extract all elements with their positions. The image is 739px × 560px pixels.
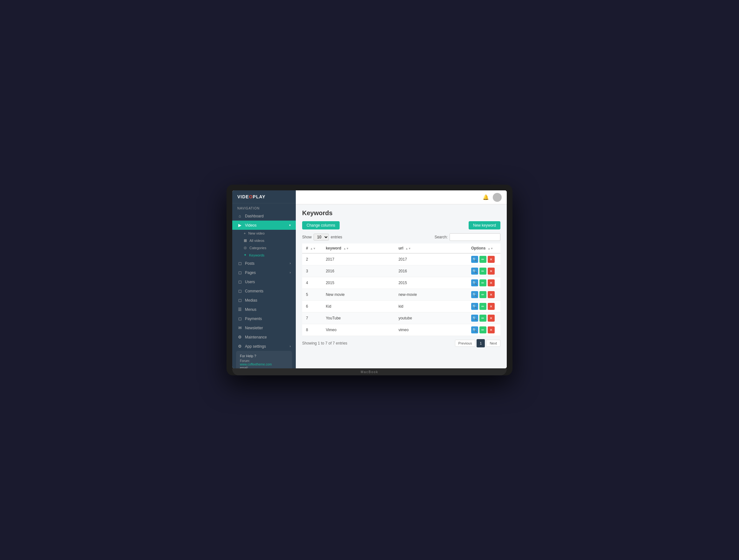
- star-icon: ✦: [244, 253, 247, 257]
- table-row: 320162016🔍✏✕: [302, 265, 500, 277]
- media-icon: ◻: [237, 298, 243, 303]
- sort-icon: ▲▼: [488, 247, 493, 250]
- delete-button[interactable]: ✕: [488, 326, 495, 333]
- table-row: 420152015🔍✏✕: [302, 277, 500, 289]
- chevron-down-icon: ▾: [289, 224, 291, 227]
- edit-button[interactable]: ✏: [479, 315, 486, 322]
- delete-button[interactable]: ✕: [488, 291, 495, 298]
- new-keyword-button[interactable]: New keyword: [469, 221, 500, 230]
- change-columns-button[interactable]: Change columns: [302, 221, 340, 230]
- sidebar-item-pages[interactable]: ◻ Pages ›: [232, 268, 296, 277]
- sidebar-item-users[interactable]: ◻ Users: [232, 277, 296, 286]
- forum-label: Forum:: [240, 359, 250, 363]
- wrench-icon: ⚙: [237, 335, 243, 339]
- sidebar-item-label: Newsletter: [245, 326, 263, 330]
- view-button[interactable]: 🔍: [471, 268, 478, 275]
- sidebar-item-comments[interactable]: ◻ Comments: [232, 286, 296, 296]
- col-header-num[interactable]: # ▲▼: [302, 244, 322, 253]
- edit-button[interactable]: ✏: [479, 326, 486, 333]
- delete-button[interactable]: ✕: [488, 268, 495, 275]
- table-row: 5New movienew-movie🔍✏✕: [302, 289, 500, 301]
- cell-url: kid: [395, 301, 467, 312]
- sub-item-label: Categories: [250, 246, 266, 250]
- search-input[interactable]: [450, 233, 500, 241]
- sidebar-item-new-video[interactable]: + New video: [232, 230, 296, 237]
- col-header-keyword[interactable]: keyword ▲▼: [322, 244, 395, 253]
- sidebar-item-medias[interactable]: ◻ Medias: [232, 296, 296, 305]
- edit-button[interactable]: ✏: [479, 291, 486, 298]
- cell-url: 2017: [395, 253, 467, 265]
- delete-button[interactable]: ✕: [488, 256, 495, 263]
- sidebar-item-app-settings[interactable]: ⚙ App settings ›: [232, 342, 296, 351]
- cell-num: 6: [302, 301, 322, 312]
- grid-icon: ▦: [244, 238, 247, 243]
- table-footer: Showing 1 to 7 of 7 entries Previous 1 N…: [302, 339, 500, 347]
- forum-link[interactable]: www.coffeetheme.com: [240, 363, 288, 366]
- sidebar-item-maintenance[interactable]: ⚙ Maintenance: [232, 332, 296, 342]
- cell-keyword: New movie: [322, 289, 395, 301]
- edit-button[interactable]: ✏: [479, 268, 486, 275]
- entries-select[interactable]: 10 25 50: [314, 234, 329, 241]
- toolbar: Change columns New keyword: [302, 221, 500, 230]
- previous-button[interactable]: Previous: [455, 340, 476, 347]
- cell-num: 3: [302, 265, 322, 277]
- comment-icon: ◻: [237, 289, 243, 293]
- cell-keyword: 2015: [322, 277, 395, 289]
- laptop-brand: MacBook: [360, 370, 379, 374]
- avatar[interactable]: [493, 193, 502, 202]
- bell-icon[interactable]: 🔔: [483, 194, 489, 200]
- delete-button[interactable]: ✕: [488, 303, 495, 310]
- view-button[interactable]: 🔍: [471, 315, 478, 322]
- sidebar-item-videos[interactable]: ▶ Videos ▾: [232, 221, 296, 230]
- cell-num: 5: [302, 289, 322, 301]
- topbar: 🔔: [296, 190, 507, 204]
- sort-icon: ▲▼: [405, 247, 411, 250]
- entries-label: entries: [331, 235, 342, 239]
- col-header-url[interactable]: url ▲▼: [395, 244, 467, 253]
- help-box: For Help ? Forum: www.coffeetheme.com em…: [236, 351, 292, 368]
- table-row: 6Kidkid🔍✏✕: [302, 301, 500, 312]
- sidebar-item-posts[interactable]: ◻ Posts ›: [232, 259, 296, 268]
- sidebar-item-categories[interactable]: ◎ Categories: [232, 244, 296, 251]
- cell-options: 🔍✏✕: [467, 277, 500, 289]
- sub-item-label: New video: [248, 231, 264, 235]
- sidebar-item-dashboard[interactable]: ⌂ Dashboard: [232, 212, 296, 221]
- topbar-icons: 🔔: [483, 193, 502, 202]
- cell-url: vimeo: [395, 324, 467, 336]
- sidebar-item-label: Menus: [245, 307, 256, 312]
- home-icon: ⌂: [237, 214, 243, 218]
- delete-button[interactable]: ✕: [488, 315, 495, 322]
- view-button[interactable]: 🔍: [471, 291, 478, 298]
- sidebar-item-newsletter[interactable]: ✉ Newsletter: [232, 323, 296, 332]
- view-button[interactable]: 🔍: [471, 303, 478, 310]
- sidebar-item-menus[interactable]: ☰ Menus: [232, 305, 296, 314]
- view-button[interactable]: 🔍: [471, 326, 478, 333]
- cell-url: youtube: [395, 312, 467, 324]
- table-header-row: # ▲▼ keyword ▲▼ url ▲▼ Options ▲▼: [302, 244, 500, 253]
- cell-num: 8: [302, 324, 322, 336]
- edit-button[interactable]: ✏: [479, 256, 486, 263]
- cell-num: 4: [302, 277, 322, 289]
- sidebar-item-keywords[interactable]: ✦ Keywords: [232, 251, 296, 259]
- sidebar-item-label: Maintenance: [245, 335, 267, 339]
- next-button[interactable]: Next: [486, 340, 500, 347]
- sidebar-item-label: Posts: [245, 261, 255, 266]
- laptop-wrapper: VIDEOPLAY Navigation ⌂ Dashboard ▶ Video…: [227, 185, 512, 375]
- cell-url: new-movie: [395, 289, 467, 301]
- sidebar-item-label: Videos: [245, 223, 256, 228]
- edit-button[interactable]: ✏: [479, 303, 486, 310]
- col-header-options[interactable]: Options ▲▼: [467, 244, 500, 253]
- page-number[interactable]: 1: [476, 339, 485, 347]
- sidebar-item-payments[interactable]: ◻ Payments: [232, 314, 296, 323]
- cell-num: 2: [302, 253, 322, 265]
- video-icon: ▶: [237, 223, 243, 228]
- view-button[interactable]: 🔍: [471, 256, 478, 263]
- laptop-screen: VIDEOPLAY Navigation ⌂ Dashboard ▶ Video…: [232, 190, 507, 368]
- menu-icon: ☰: [237, 307, 243, 312]
- edit-button[interactable]: ✏: [479, 279, 486, 286]
- delete-button[interactable]: ✕: [488, 279, 495, 286]
- logo-text: VIDEOPLAY: [237, 194, 266, 199]
- plus-icon: +: [244, 231, 246, 235]
- sidebar-item-all-videos[interactable]: ▦ All videos: [232, 237, 296, 244]
- view-button[interactable]: 🔍: [471, 279, 478, 286]
